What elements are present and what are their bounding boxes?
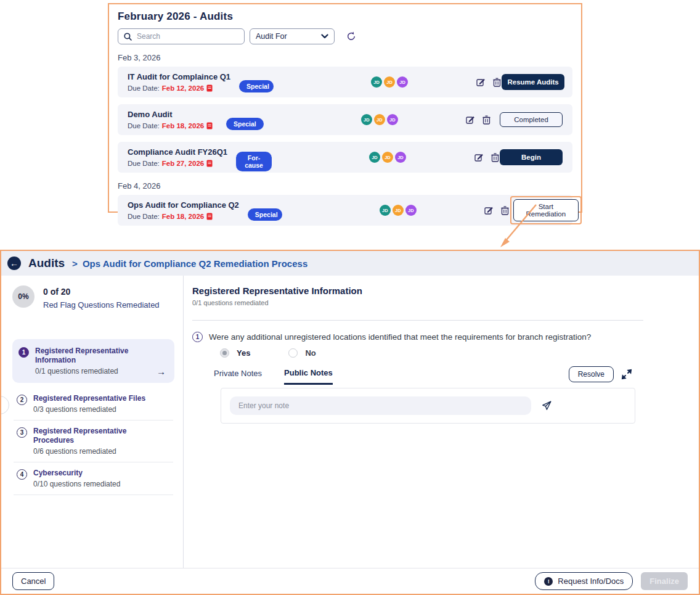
section-item-registered-representative-procedures[interactable]: 3 Registered Representative Procedures 0… [12, 421, 174, 462]
tab-public-notes[interactable]: Public Notes [284, 368, 333, 385]
due-date-value: Feb 18, 2026 [162, 122, 204, 129]
progress-label: Red Flag Questions Remediated [43, 300, 160, 310]
section-heading: Registered Representative Information [192, 285, 688, 296]
delete-icon[interactable] [490, 152, 500, 162]
completed-button[interactable]: Completed [500, 112, 563, 127]
avatar[interactable]: JD [371, 76, 382, 88]
section-subheading: 0/1 questions remediated [192, 299, 688, 306]
request-info-docs-label: Request Info/Docs [558, 577, 624, 586]
avatar[interactable]: JD [382, 152, 393, 163]
option-yes[interactable]: Yes [220, 348, 250, 358]
remediation-panel: ← Audits > Ops Audit for Compliance Q2 R… [0, 250, 700, 595]
breadcrumb-audits[interactable]: Audits [28, 256, 65, 270]
audits-list-panel: February 2026 - Audits Audit For Feb 3, … [108, 3, 582, 213]
toolbar: Audit For [118, 28, 572, 44]
due-date-value: Feb 12, 2026 [162, 84, 204, 92]
section-item-cybersecurity[interactable]: 4 Cybersecurity 0/10 questions remediate… [12, 462, 174, 494]
document-icon [206, 122, 213, 129]
edit-icon[interactable] [466, 115, 476, 125]
due-date-label: Due Date: [128, 122, 160, 129]
breadcrumb-current: Ops Audit for Compliance Q2 Remediation … [83, 258, 307, 269]
avatar[interactable]: JD [395, 152, 406, 163]
option-yes-label: Yes [237, 348, 250, 358]
arrow-right-icon: → [157, 366, 166, 377]
search-icon [124, 33, 132, 41]
assignee-avatars: JD JD JD [361, 114, 398, 125]
avatar[interactable]: JD [361, 114, 372, 125]
due-date-label: Due Date: [128, 213, 160, 220]
assignee-avatars: JD JD JD [369, 152, 406, 163]
section-title: Registered Representative Files [33, 394, 145, 403]
delete-icon[interactable] [492, 77, 502, 87]
due-date-label: Due Date: [128, 160, 160, 167]
progress-count: 0 of 20 [43, 285, 160, 297]
delete-icon[interactable] [482, 115, 492, 125]
edit-icon[interactable] [476, 77, 486, 87]
audit-type-badge: Special [226, 118, 264, 130]
avatar[interactable]: JD [369, 152, 380, 163]
date-group-label: Feb 3, 2026 [118, 53, 572, 62]
delete-icon[interactable] [500, 205, 510, 215]
section-number: 1 [18, 347, 29, 358]
audit-info: Demo Audit Due Date: Feb 18, 2026 [128, 110, 218, 129]
due-date-value: Feb 18, 2026 [162, 213, 204, 220]
back-icon[interactable]: ← [7, 256, 21, 270]
avatar[interactable]: JD [397, 76, 408, 88]
cancel-button[interactable]: Cancel [12, 572, 54, 590]
progress-summary: 0% 0 of 20 Red Flag Questions Remediated [12, 285, 174, 310]
edit-icon[interactable] [474, 152, 484, 162]
section-item-registered-representative-files[interactable]: 2 Registered Representative Files 0/3 qu… [12, 388, 174, 420]
finalize-button[interactable]: Finalize [641, 572, 688, 590]
start-remediation-button[interactable]: Start Remediation [513, 199, 579, 221]
chevron-down-icon [321, 34, 328, 39]
audit-row: Demo Audit Due Date: Feb 18, 2026 Specia… [118, 104, 572, 135]
avatar[interactable]: JD [384, 76, 395, 88]
radio-no[interactable] [288, 348, 298, 358]
sections-sidebar: 0% 0 of 20 Red Flag Questions Remediated… [1, 276, 184, 570]
radio-yes[interactable] [220, 348, 229, 358]
audit-for-select[interactable]: Audit For [250, 28, 335, 44]
avatar[interactable]: JD [380, 205, 391, 216]
avatar[interactable]: JD [374, 114, 385, 125]
section-progress: 0/1 questions remediated [35, 367, 168, 375]
tab-private-notes[interactable]: Private Notes [214, 369, 262, 384]
search-box[interactable] [118, 28, 245, 44]
audit-info: Compliance Audit FY26Q1 Due Date: Feb 27… [128, 147, 227, 167]
note-composer [221, 388, 635, 424]
document-icon [206, 213, 213, 220]
audit-title: Demo Audit [128, 110, 218, 119]
refresh-icon[interactable] [344, 30, 358, 43]
question-number: 1 [192, 332, 203, 342]
resolve-button[interactable]: Resolve [569, 366, 614, 382]
request-info-docs-button[interactable]: ! Request Info/Docs [535, 572, 633, 590]
question-area: Registered Representative Information 0/… [184, 276, 699, 570]
audit-for-select-value: Audit For [256, 32, 287, 41]
breadcrumb: ← Audits > Ops Audit for Compliance Q2 R… [1, 251, 699, 276]
option-no[interactable]: No [288, 348, 315, 358]
note-input[interactable] [230, 396, 531, 415]
section-title: Registered Representative Information [35, 347, 168, 365]
section-number: 2 [17, 395, 27, 405]
edit-icon[interactable] [484, 205, 494, 215]
section-item-registered-representative-information[interactable]: 1 Registered Representative Information … [12, 339, 174, 383]
option-no-label: No [305, 348, 315, 358]
resume-audits-button[interactable]: Resume Audits [502, 74, 564, 90]
search-input[interactable] [137, 32, 223, 41]
send-icon[interactable] [541, 400, 552, 411]
page-title: February 2026 - Audits [118, 10, 572, 23]
info-icon: ! [544, 577, 553, 586]
document-icon [206, 160, 213, 167]
avatar[interactable]: JD [387, 114, 398, 125]
section-progress: 0/6 questions remediated [33, 447, 168, 456]
audit-title: Compliance Audit FY26Q1 [128, 147, 227, 157]
expand-icon[interactable] [621, 369, 632, 380]
begin-button[interactable]: Begin [500, 149, 563, 165]
avatar[interactable]: JD [393, 205, 404, 216]
sidebar-collapse-handle[interactable] [0, 396, 9, 414]
answer-options: Yes No [220, 348, 688, 358]
audit-type-badge: Special [239, 80, 274, 92]
audit-type-badge: For-cause [236, 152, 272, 171]
audit-info: IT Audit for Complaince Q1 Due Date: Feb… [128, 72, 230, 92]
section-progress: 0/3 questions remediated [33, 405, 145, 414]
avatar[interactable]: JD [405, 205, 417, 216]
